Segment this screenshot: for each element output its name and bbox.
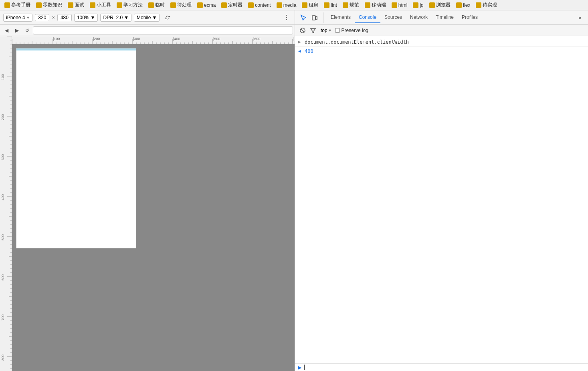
device-top-bar bbox=[16, 48, 136, 50]
bookmark-label: 小工具 bbox=[97, 2, 111, 8]
bookmark-label: 学习方法 bbox=[123, 2, 143, 8]
bookmark-item[interactable]: media bbox=[275, 2, 299, 9]
svg-text:|200: |200 bbox=[93, 37, 100, 41]
device-chevron-icon: ▼ bbox=[26, 16, 30, 20]
bookmark-item[interactable]: 浏览器 bbox=[427, 1, 453, 9]
svg-text:400: 400 bbox=[1, 194, 5, 200]
dpr-label: DPR: 2.0 bbox=[103, 15, 123, 20]
rotate-icon-btn[interactable] bbox=[162, 12, 173, 23]
bookmark-item[interactable]: 学习方法 bbox=[115, 1, 145, 9]
svg-text:800: 800 bbox=[1, 355, 5, 361]
device-mode-btn[interactable] bbox=[309, 12, 320, 23]
console-content[interactable]: ▶document.documentElement.clientWidth◀40… bbox=[295, 36, 588, 363]
mobile-select[interactable]: Mobile ▼ bbox=[134, 14, 160, 22]
folder-icon bbox=[324, 2, 329, 8]
bookmark-item[interactable]: 定时器 bbox=[219, 1, 244, 9]
folder-icon bbox=[117, 2, 122, 8]
more-options-icon[interactable]: ⋮ bbox=[282, 13, 291, 22]
bookmark-label: 待处理 bbox=[177, 2, 192, 8]
console-entry: ◀400 bbox=[295, 47, 588, 56]
preserve-log-checkbox[interactable] bbox=[335, 28, 340, 33]
folder-icon bbox=[343, 2, 348, 8]
dimension-height bbox=[57, 14, 72, 21]
folder-icon bbox=[68, 2, 73, 8]
devtools-tab-sources[interactable]: Sources bbox=[380, 12, 406, 23]
bookmark-label: flex bbox=[463, 2, 471, 8]
bookmark-label: media bbox=[283, 2, 297, 8]
nav-refresh-btn[interactable]: ↺ bbox=[22, 26, 32, 35]
inspect-element-btn[interactable] bbox=[298, 12, 309, 23]
bookmark-label: 浏览器 bbox=[436, 2, 451, 8]
main-area: iPhone 4 ▼ × 100% ▼ DPR: 2.0 ▼ Mobile ▼ bbox=[0, 10, 588, 371]
preserve-log-text: Preserve log bbox=[341, 28, 368, 33]
devtools-tab-elements[interactable]: Elements bbox=[327, 12, 355, 23]
bookmark-label: content bbox=[255, 2, 271, 8]
mobile-label: Mobile bbox=[137, 15, 151, 20]
devtools-tab-network[interactable]: Network bbox=[406, 12, 432, 23]
bookmark-item[interactable]: flex bbox=[454, 2, 473, 9]
nav-forward-btn[interactable]: ▶ bbox=[12, 26, 22, 35]
bookmark-item[interactable]: ecma bbox=[195, 2, 218, 9]
svg-text:200: 200 bbox=[1, 114, 5, 120]
folder-icon bbox=[277, 2, 282, 8]
bookmark-item[interactable]: 移动端 bbox=[363, 1, 388, 9]
folder-icon bbox=[365, 2, 370, 8]
svg-text:|700: |700 bbox=[293, 37, 295, 41]
devtools-tab-console[interactable]: Console bbox=[355, 12, 380, 23]
device-select[interactable]: iPhone 4 ▼ bbox=[3, 14, 32, 22]
folder-icon bbox=[90, 2, 95, 8]
folder-icon bbox=[4, 2, 10, 8]
svg-text:700: 700 bbox=[1, 315, 5, 321]
clear-icon bbox=[300, 28, 305, 33]
devtools-more-tabs-btn[interactable]: » bbox=[575, 13, 585, 22]
console-context-select[interactable]: top ▼ bbox=[319, 27, 333, 34]
folder-icon bbox=[36, 2, 42, 8]
inspect-icon bbox=[300, 14, 307, 21]
bookmark-item[interactable]: 临时 bbox=[146, 1, 167, 9]
width-input[interactable] bbox=[35, 14, 49, 21]
bookmark-item[interactable]: 面试 bbox=[66, 1, 86, 9]
dpr-select[interactable]: DPR: 2.0 ▼ bbox=[100, 14, 131, 22]
bookmark-item[interactable]: html bbox=[390, 2, 410, 9]
console-filter-btn[interactable] bbox=[309, 26, 317, 35]
bookmark-label: 面试 bbox=[75, 2, 84, 8]
horizontal-ruler-svg: // ticks rendered below via JS |100|200|… bbox=[12, 36, 295, 44]
bookmark-item[interactable]: 小工具 bbox=[88, 1, 113, 9]
bookmark-item[interactable]: 零散知识 bbox=[34, 1, 64, 9]
bookmark-label: html bbox=[398, 2, 408, 8]
bookmark-item[interactable]: 规范 bbox=[341, 1, 361, 9]
svg-text:600: 600 bbox=[1, 274, 5, 280]
url-bar[interactable] bbox=[33, 26, 293, 34]
devtools-tab-profiles[interactable]: Profiles bbox=[458, 12, 482, 23]
preserve-log-label[interactable]: Preserve log bbox=[335, 28, 368, 33]
svg-text:|300: |300 bbox=[133, 37, 140, 41]
bookmark-item[interactable]: lint bbox=[322, 2, 339, 9]
folder-icon bbox=[456, 2, 462, 8]
zoom-label: 100% bbox=[77, 15, 89, 20]
dimension-separator: × bbox=[52, 14, 55, 20]
bookmark-label: 待实现 bbox=[483, 2, 497, 8]
svg-text:|600: |600 bbox=[253, 37, 260, 41]
device-frame bbox=[16, 48, 136, 248]
bookmark-item[interactable]: 待处理 bbox=[168, 1, 194, 9]
console-entry: ▶document.documentElement.clientWidth bbox=[295, 38, 588, 47]
folder-icon bbox=[221, 2, 227, 8]
devtools-panel: ElementsConsoleSourcesNetworkTimelinePro… bbox=[295, 10, 588, 371]
canvas-area[interactable] bbox=[12, 44, 295, 371]
nav-back-btn[interactable]: ◀ bbox=[2, 26, 11, 35]
filter-icon bbox=[310, 28, 316, 33]
zoom-select[interactable]: 100% ▼ bbox=[74, 14, 98, 22]
devtools-icon-buttons bbox=[298, 12, 323, 23]
folder-icon bbox=[170, 2, 176, 8]
folder-icon bbox=[148, 2, 154, 8]
bookmark-item[interactable]: 待实现 bbox=[474, 1, 499, 9]
devtools-tab-timeline[interactable]: Timeline bbox=[432, 12, 458, 23]
height-input[interactable] bbox=[57, 14, 72, 21]
console-cursor bbox=[304, 365, 305, 370]
bookmark-item[interactable]: content bbox=[246, 2, 273, 9]
bookmark-item[interactable]: jq bbox=[411, 2, 425, 9]
bookmark-label: 租房 bbox=[309, 2, 318, 8]
bookmark-item[interactable]: 租房 bbox=[300, 1, 320, 9]
console-clear-btn[interactable] bbox=[298, 26, 307, 35]
bookmark-item[interactable]: 参考手册 bbox=[2, 1, 32, 9]
